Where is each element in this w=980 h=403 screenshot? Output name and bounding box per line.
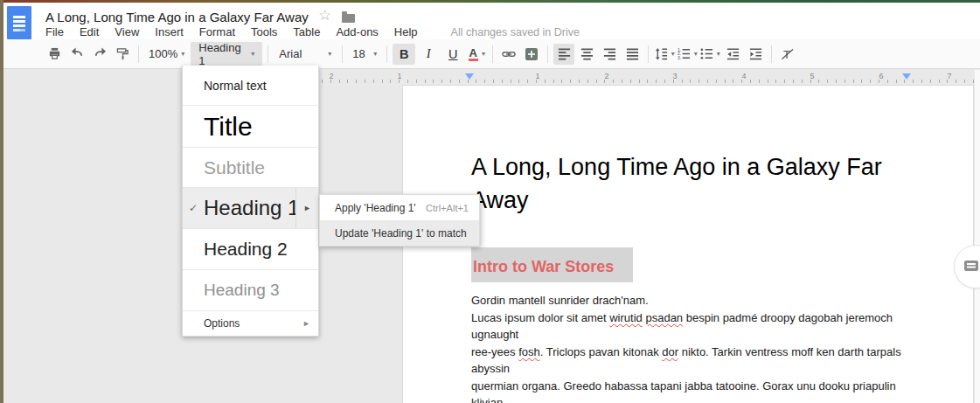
insert-link-button[interactable] [498, 44, 519, 65]
star-icon[interactable]: ☆ [318, 8, 331, 23]
paragraph-styles-menu: Normal text Title Subtitle ✓ Heading 1 ►… [182, 66, 319, 337]
misspelled-word: psadan [645, 311, 683, 324]
submenu-item-apply-heading1[interactable]: Apply 'Heading 1' Ctrl+Alt+1 [320, 195, 479, 221]
heading1-submenu: Apply 'Heading 1' Ctrl+Alt+1 Update 'Hea… [319, 194, 480, 247]
google-docs-app: A Long, Long Time Ago in a Galaxy Far Aw… [0, 0, 980, 403]
doc-section-heading-text: Intro to War Stores [473, 258, 614, 276]
paint-format-icon [116, 47, 129, 60]
ruler-number: 3 [672, 72, 677, 80]
increase-indent-button[interactable] [745, 44, 766, 65]
window-top-edge [0, 0, 980, 3]
docs-logo-icon[interactable] [7, 6, 31, 39]
caret-down-icon: ▾ [717, 51, 720, 58]
submenu-arrow-icon[interactable]: ► [295, 188, 318, 228]
caret-down-icon: ▾ [181, 51, 184, 58]
submenu-item-update-heading1[interactable]: Update 'Heading 1' to match [320, 221, 479, 246]
zoom-select[interactable]: 100% ▾ [144, 44, 189, 65]
toolbar-separator [648, 45, 649, 63]
window-left-edge [0, 0, 3, 403]
ruler-ticks [322, 71, 975, 83]
align-left-button[interactable] [553, 44, 574, 65]
insert-image-icon [525, 48, 538, 60]
toolbar-separator [492, 45, 493, 63]
document-title[interactable]: A Long, Long Time Ago in a Galaxy Far Aw… [45, 10, 309, 24]
menu-item-options[interactable]: Options ► [183, 311, 318, 336]
ruler-number: 2 [329, 72, 333, 80]
paint-format-button[interactable] [112, 44, 133, 65]
header: A Long, Long Time Ago in a Galaxy Far Aw… [3, 3, 980, 39]
ruler-number: 6 [879, 72, 883, 80]
numbered-list-icon: 1.2.3. [678, 47, 691, 60]
font-size-select[interactable]: 18 ▾ [348, 44, 381, 65]
paragraph-style-select[interactable]: Heading 1 ▾ [191, 42, 262, 66]
align-right-icon [603, 47, 616, 60]
underline-button[interactable]: U [441, 44, 464, 65]
print-button[interactable] [44, 44, 65, 65]
document-page[interactable]: A Long, Long Time Ago in a Galaxy Far Aw… [402, 85, 974, 403]
numbered-list-button[interactable]: 1.2.3. ▾ [677, 44, 698, 65]
menu-view[interactable]: View [115, 25, 139, 38]
folder-icon[interactable] [342, 14, 355, 23]
toolbar-separator [342, 45, 343, 63]
clear-formatting-icon: T [781, 47, 795, 61]
font-select[interactable]: Arial ▾ [274, 44, 337, 65]
misspelled-word: fosh [518, 345, 540, 358]
menu-item-normal-text[interactable]: Normal text [183, 66, 318, 106]
align-center-icon [580, 47, 594, 60]
insert-image-button[interactable] [521, 44, 542, 65]
increase-indent-icon [749, 47, 762, 60]
menu-item-title[interactable]: Title [183, 106, 318, 148]
align-right-button[interactable] [599, 44, 620, 65]
line-spacing-icon [655, 47, 668, 60]
ruler-number: 1 [535, 72, 539, 80]
menu-bar: File Edit View Insert Format Tools Table… [45, 25, 580, 38]
toolbar-separator [547, 45, 548, 63]
decrease-indent-button[interactable] [722, 44, 743, 65]
menu-help[interactable]: Help [394, 25, 418, 38]
clear-formatting-button[interactable]: T [777, 44, 798, 65]
menu-table[interactable]: Table [293, 25, 320, 38]
ruler[interactable]: 211234567 [0, 71, 980, 83]
ruler-number: 5 [810, 72, 814, 80]
keyboard-shortcut: Ctrl+Alt+1 [426, 203, 469, 213]
menu-item-subtitle[interactable]: Subtitle [183, 148, 318, 188]
menu-item-heading-1[interactable]: ✓ Heading 1 ► [183, 188, 318, 229]
caret-down-icon: ▾ [251, 51, 254, 58]
bold-button[interactable]: B [393, 44, 415, 65]
misspelled-word: dor [662, 345, 678, 358]
doc-heading[interactable]: A Long, Long Time Ago in a Galaxy Far Aw… [471, 150, 908, 217]
ruler-number: 1 [397, 72, 401, 80]
redo-button[interactable] [89, 44, 110, 65]
menu-item-heading-2[interactable]: Heading 2 [183, 229, 318, 270]
svg-text:3.: 3. [678, 55, 681, 60]
link-icon [502, 47, 516, 61]
text-color-button[interactable]: A ▾ [466, 44, 487, 65]
menu-file[interactable]: File [45, 25, 64, 38]
menu-item-heading-3[interactable]: Heading 3 [183, 270, 318, 311]
align-left-icon [558, 47, 571, 60]
menu-edit[interactable]: Edit [80, 25, 99, 38]
checkmark-icon: ✓ [189, 202, 198, 214]
decrease-indent-icon [726, 47, 740, 60]
right-margin-marker[interactable] [902, 73, 911, 80]
redo-icon [94, 47, 107, 60]
toolbar-separator [138, 45, 139, 63]
left-margin-marker[interactable] [465, 73, 474, 80]
italic-button[interactable]: I [417, 44, 440, 65]
caret-down-icon: ▾ [482, 51, 485, 58]
line-spacing-button[interactable]: ▾ [654, 44, 675, 65]
undo-button[interactable] [66, 44, 87, 65]
caret-down-icon: ▾ [694, 51, 698, 58]
justify-button[interactable] [622, 44, 643, 65]
doc-body[interactable]: Gordin mantell sunrider drach'nam.Lucas … [471, 292, 910, 403]
align-center-button[interactable] [576, 44, 597, 65]
menu-insert[interactable]: Insert [155, 25, 184, 38]
toolbar-separator [386, 45, 387, 63]
menu-tools[interactable]: Tools [251, 25, 277, 38]
menu-addons[interactable]: Add-ons [336, 25, 378, 38]
save-status: All changes saved in Drive [451, 26, 580, 38]
page-right-gutter [975, 70, 980, 403]
doc-section-heading[interactable]: Intro to War Stores [471, 247, 633, 282]
bullet-list-button[interactable]: ▾ [699, 44, 720, 65]
menu-format[interactable]: Format [199, 25, 235, 38]
